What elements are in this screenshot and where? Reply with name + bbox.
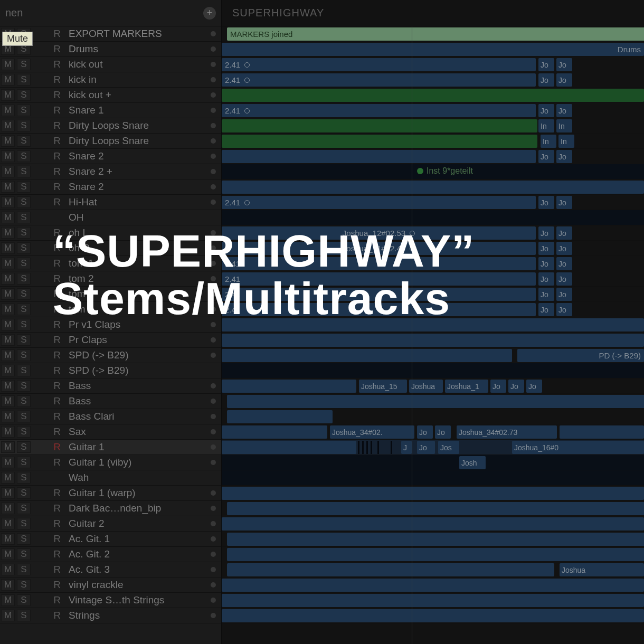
audio-region[interactable]: In — [558, 135, 574, 148]
track-row[interactable]: MSRDirty Loops Snare — [0, 118, 221, 134]
record-enable-button[interactable]: R — [51, 395, 63, 407]
solo-button[interactable]: S — [17, 579, 31, 591]
arrange-row[interactable] — [222, 317, 644, 333]
record-enable-button[interactable]: R — [51, 426, 63, 438]
mute-button[interactable]: M — [1, 74, 15, 86]
audio-region[interactable]: 2.41 — [222, 272, 536, 286]
mute-button[interactable]: M — [1, 579, 15, 591]
solo-button[interactable]: S — [17, 105, 31, 116]
audio-region[interactable] — [222, 579, 644, 592]
record-enable-button[interactable]: R — [51, 166, 63, 177]
record-enable-button[interactable]: R — [51, 196, 63, 208]
solo-button[interactable]: S — [17, 212, 31, 223]
audio-region[interactable] — [222, 318, 644, 332]
solo-button[interactable]: S — [17, 304, 31, 315]
audio-region[interactable]: Jo — [556, 272, 572, 286]
audio-region[interactable]: Jo — [556, 226, 572, 240]
audio-region[interactable]: PD (-> B29) — [517, 349, 644, 362]
solo-button[interactable]: S — [17, 365, 31, 376]
record-enable-button[interactable]: R — [51, 150, 63, 162]
audio-region[interactable] — [227, 395, 644, 408]
mute-button[interactable]: M — [1, 242, 15, 254]
record-enable-button[interactable]: R — [51, 89, 63, 101]
audio-region[interactable]: Jo — [556, 288, 572, 301]
audio-region[interactable]: Jo — [538, 303, 554, 316]
arrange-row[interactable]: JoJo — [222, 149, 644, 164]
solo-button[interactable]: S — [17, 150, 31, 162]
audio-region[interactable] — [222, 349, 512, 362]
arrange-row[interactable] — [222, 547, 644, 562]
audio-region[interactable]: In — [538, 119, 554, 132]
audio-region[interactable]: Jos — [438, 441, 459, 454]
mute-button[interactable]: M — [1, 258, 15, 269]
record-enable-button[interactable]: R — [51, 594, 63, 606]
audio-region[interactable]: Jo — [417, 425, 433, 439]
audio-region[interactable]: Joshua_34#02.73 — [457, 425, 557, 439]
audio-region[interactable]: Jo — [538, 257, 554, 270]
arrange-row[interactable]: 2.41JoJo — [222, 103, 644, 118]
audio-region[interactable]: J — [401, 441, 412, 454]
arrange-row[interactable]: Drums — [222, 42, 644, 57]
audio-region[interactable]: 2.41 — [222, 196, 536, 209]
mute-button[interactable]: M — [1, 135, 15, 147]
record-enable-button[interactable]: R — [51, 457, 63, 468]
mute-button[interactable]: M — [1, 594, 15, 606]
audio-region[interactable] — [222, 517, 644, 531]
arrange-row[interactable] — [222, 363, 644, 378]
track-row[interactable]: MSRvinyl crackle — [0, 577, 221, 593]
solo-button[interactable]: S — [17, 288, 31, 300]
record-enable-button[interactable]: R — [51, 319, 63, 330]
mute-button[interactable]: M — [1, 426, 15, 438]
arrange-row[interactable]: 2.41JoJo — [222, 287, 644, 302]
record-enable-button[interactable]: R — [51, 349, 63, 361]
record-enable-button[interactable]: R — [51, 579, 63, 591]
record-enable-button[interactable]: R — [51, 304, 63, 315]
solo-button[interactable]: S — [17, 594, 31, 606]
record-enable-button[interactable]: R — [51, 487, 63, 499]
marker[interactable]: Inst 9*geteilt — [417, 166, 473, 176]
solo-button[interactable]: S — [17, 135, 31, 147]
arrange-row[interactable]: PD (-> B29) — [222, 348, 644, 363]
track-row[interactable]: MSRGuitar 1 — [0, 440, 221, 455]
audio-region[interactable]: Jo — [538, 196, 554, 209]
arrange-row[interactable] — [222, 333, 644, 348]
solo-button[interactable]: S — [17, 74, 31, 86]
record-enable-button[interactable]: R — [51, 273, 63, 285]
record-enable-button[interactable]: R — [51, 181, 63, 193]
audio-region[interactable]: 2.41 — [222, 104, 536, 117]
audio-region[interactable] — [227, 410, 333, 423]
track-row[interactable]: MSRGuitar 2 — [0, 516, 221, 532]
mute-button[interactable]: M — [1, 89, 15, 101]
audio-region[interactable] — [227, 548, 644, 561]
solo-button[interactable]: S — [17, 258, 31, 269]
arrange-row[interactable]: Josh — [222, 455, 644, 470]
track-row[interactable]: MSRStrings — [0, 608, 221, 623]
solo-button[interactable]: S — [17, 457, 31, 468]
mute-button[interactable]: M — [1, 196, 15, 208]
arrange-row[interactable] — [222, 210, 644, 225]
arrange-row[interactable] — [222, 179, 644, 195]
audio-region[interactable]: Joshua_34#02. — [330, 425, 414, 439]
track-row[interactable]: MSRtom 4 — [0, 302, 221, 317]
mute-button[interactable]: M — [1, 319, 15, 330]
audio-region[interactable]: Jo — [556, 303, 572, 316]
audio-region[interactable] — [222, 425, 327, 439]
arrange-row[interactable]: 2.41JoJo — [222, 256, 644, 271]
solo-button[interactable]: S — [17, 395, 31, 407]
track-row[interactable]: MSRSnare 2 — [0, 149, 221, 164]
arrange-row[interactable]: JJoJosJoshua_16#0 — [222, 440, 644, 455]
mute-button[interactable]: M — [1, 457, 15, 468]
solo-button[interactable]: S — [17, 426, 31, 438]
solo-button[interactable]: S — [17, 441, 31, 453]
arrange-row[interactable]: InIn — [222, 134, 644, 149]
arrange-row[interactable] — [222, 593, 644, 608]
record-enable-button[interactable]: R — [51, 518, 63, 529]
solo-button[interactable]: S — [17, 380, 31, 392]
mute-button[interactable]: M — [1, 380, 15, 392]
arrange-row[interactable] — [222, 486, 644, 501]
audio-region[interactable] — [222, 441, 356, 454]
arrange-row[interactable]: Inst 9*geteilt — [222, 164, 644, 179]
mute-button[interactable]: M — [1, 548, 15, 560]
audio-region[interactable]: 2.41 — [222, 288, 536, 301]
record-enable-button[interactable]: R — [51, 120, 63, 131]
